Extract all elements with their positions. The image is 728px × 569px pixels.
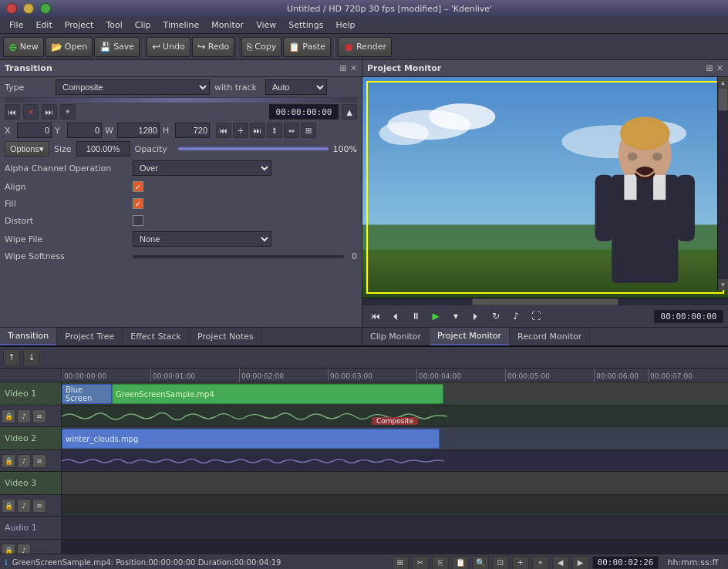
tab-effect-stack[interactable]: Effect Stack: [123, 328, 190, 345]
video3-mute[interactable]: 🔒: [2, 499, 15, 513]
y-input[interactable]: [67, 123, 102, 138]
video1-solo[interactable]: ♪: [17, 409, 31, 423]
undo-button[interactable]: ↩ Undo: [147, 37, 190, 57]
video3-options[interactable]: ≡: [32, 499, 46, 513]
tab-record-monitor[interactable]: Record Monitor: [510, 328, 590, 345]
ruler-label-spacer: [0, 369, 61, 382]
render-label: Render: [356, 42, 386, 52]
frame-next-button[interactable]: ⏭: [250, 123, 265, 138]
video1-mute[interactable]: 🔒: [2, 409, 15, 423]
tab-clip-monitor[interactable]: Clip Monitor: [362, 328, 430, 345]
tab-project-monitor[interactable]: Project Monitor: [430, 328, 510, 345]
monitor-play-dropdown[interactable]: ▾: [447, 308, 464, 325]
status-btn-razor[interactable]: ⌖: [532, 556, 549, 570]
menu-monitor[interactable]: Monitor: [205, 19, 250, 32]
save-button[interactable]: 💾 Save: [94, 37, 140, 57]
size-input[interactable]: [76, 141, 130, 157]
tl-zoom-out[interactable]: ↓: [23, 349, 40, 366]
close-button[interactable]: [6, 3, 17, 14]
align-center-button[interactable]: ⊞: [301, 123, 316, 138]
with-track-select[interactable]: Auto: [265, 79, 327, 95]
x-input[interactable]: [17, 123, 52, 138]
wipe-file-select[interactable]: None: [133, 231, 271, 247]
monitor-fullscreen-button[interactable]: ⛶: [527, 308, 544, 325]
status-btn-next[interactable]: ▶: [572, 556, 589, 570]
menu-view[interactable]: View: [250, 19, 282, 32]
minimize-button[interactable]: [23, 3, 34, 14]
video2-solo[interactable]: ♪: [17, 454, 31, 468]
transition-close-icon[interactable]: ✕: [350, 63, 357, 73]
type-select[interactable]: Composite: [56, 79, 210, 95]
status-btn-fit[interactable]: ⊡: [492, 556, 509, 570]
v-scroll-down[interactable]: ▼: [718, 279, 728, 290]
align-vert-button[interactable]: ⇔: [284, 123, 299, 138]
monitor-play-button[interactable]: ▶: [427, 308, 444, 325]
menu-tool[interactable]: Tool: [99, 19, 128, 32]
v-scroll-up[interactable]: ▲: [718, 77, 728, 88]
monitor-v-scrollbar[interactable]: ▲ ▼: [717, 77, 728, 290]
w-input[interactable]: [117, 123, 160, 138]
open-button[interactable]: 📂 Open: [46, 37, 93, 57]
distort-checkbox[interactable]: [133, 215, 143, 226]
menu-help[interactable]: Help: [329, 19, 361, 32]
video2-options[interactable]: ≡: [32, 454, 46, 468]
frame-add-button[interactable]: +: [233, 123, 248, 138]
tab-project-notes[interactable]: Project Notes: [190, 328, 262, 345]
wipe-softness-slider[interactable]: [133, 255, 344, 258]
greenscreen-clip[interactable]: GreenScreenSample.mp4: [112, 384, 443, 404]
anim-record-button[interactable]: ⏭: [42, 104, 57, 120]
video3-solo[interactable]: ♪: [17, 499, 31, 513]
tab-transition[interactable]: Transition: [0, 328, 57, 345]
audio1-solo[interactable]: ♪: [17, 544, 31, 554]
video1-options[interactable]: ≡: [32, 409, 46, 423]
tab-project-tree[interactable]: Project Tree: [57, 328, 123, 345]
menu-edit[interactable]: Edit: [29, 19, 58, 32]
anim-keyframe-button[interactable]: ⌖: [60, 104, 76, 120]
fill-checkbox[interactable]: ✓: [133, 198, 143, 209]
copy-button[interactable]: ⎘ Copy: [241, 37, 281, 57]
align-checkbox[interactable]: ✓: [133, 181, 143, 192]
menu-settings[interactable]: Settings: [282, 19, 329, 32]
anim-play-button[interactable]: ⏮: [5, 104, 20, 120]
time-input[interactable]: 00:00:00:00: [269, 104, 339, 120]
monitor-float-icon[interactable]: ⊞: [706, 63, 713, 73]
status-btn-zoom-in[interactable]: +: [512, 556, 529, 570]
monitor-close-icon[interactable]: ✕: [716, 63, 723, 73]
video2-mute[interactable]: 🔒: [2, 454, 15, 468]
tl-zoom-in[interactable]: ↑: [3, 349, 20, 366]
monitor-pause-button[interactable]: ⏸: [407, 308, 424, 325]
new-button[interactable]: ⊕ New: [3, 37, 44, 57]
status-btn-snap[interactable]: ⊞: [392, 556, 409, 570]
audio1-mute[interactable]: 🔒: [2, 544, 15, 554]
anim-stop-button[interactable]: ✕: [23, 104, 39, 120]
transition-float-icon[interactable]: ⊞: [340, 63, 347, 73]
options-button[interactable]: Options▾: [5, 141, 49, 157]
redo-button[interactable]: ↪ Redo: [192, 37, 235, 57]
maximize-button[interactable]: [40, 3, 51, 14]
status-btn-cut[interactable]: ✂: [412, 556, 429, 570]
menu-file[interactable]: File: [3, 19, 29, 32]
status-btn-paste[interactable]: 📋: [452, 556, 469, 570]
status-btn-zoom-out[interactable]: 🔍: [472, 556, 489, 570]
alpha-select[interactable]: Over: [133, 160, 271, 176]
winter-clouds-clip[interactable]: winter_clouds.mpg: [62, 429, 440, 449]
monitor-audio-button[interactable]: ♪: [507, 308, 524, 325]
left-panel: Transition ⊞ ✕ Type Composite with track…: [0, 60, 362, 345]
status-btn-copy[interactable]: ⎘: [432, 556, 449, 570]
menu-project[interactable]: Project: [59, 19, 100, 32]
blue-screen-clip[interactable]: Blue Screen: [62, 384, 112, 404]
h-input[interactable]: [175, 123, 210, 138]
monitor-play-begin[interactable]: ⏮: [367, 308, 384, 325]
menu-timeline[interactable]: Timeline: [157, 19, 206, 32]
monitor-h-scrollbar[interactable]: [362, 298, 728, 305]
monitor-play-prev[interactable]: ⏴: [387, 308, 404, 325]
render-button[interactable]: ⏺ Render: [338, 37, 392, 57]
menu-clip[interactable]: Clip: [129, 19, 157, 32]
align-horiz-button[interactable]: ⇕: [267, 123, 282, 138]
monitor-loop-button[interactable]: ↻: [487, 308, 504, 325]
frame-prev-button[interactable]: ⏮: [216, 123, 231, 138]
monitor-play-next[interactable]: ⏵: [467, 308, 484, 325]
status-btn-prev[interactable]: ◀: [552, 556, 569, 570]
paste-button[interactable]: 📋 Paste: [283, 37, 331, 57]
time-up-button[interactable]: ▲: [342, 104, 357, 120]
